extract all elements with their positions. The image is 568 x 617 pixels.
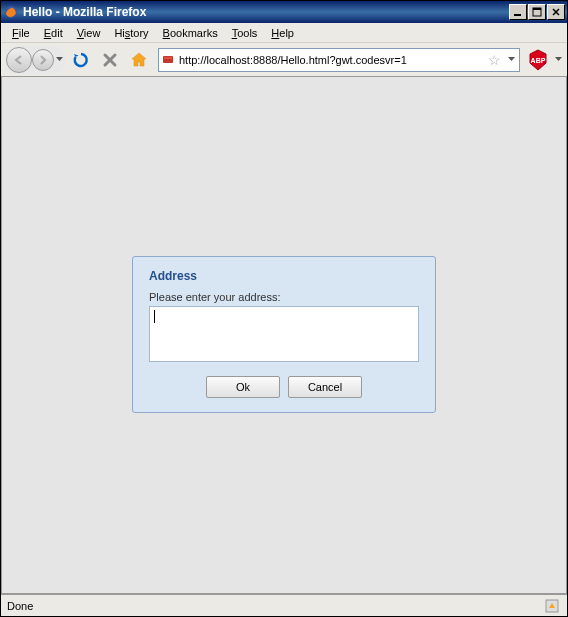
ok-button[interactable]: Ok	[206, 376, 280, 398]
status-text: Done	[7, 600, 33, 612]
cancel-button[interactable]: Cancel	[288, 376, 362, 398]
minimize-button[interactable]	[509, 4, 527, 20]
url-dropdown-icon[interactable]	[505, 57, 517, 62]
address-dialog: Address Please enter your address: Ok Ca…	[132, 256, 436, 413]
menu-view[interactable]: View	[70, 25, 108, 41]
menu-file[interactable]: File	[5, 25, 37, 41]
menu-edit[interactable]: Edit	[37, 25, 70, 41]
firefox-icon	[3, 4, 19, 20]
toolbar: http://localhost:8888/Hello.html?gwt.cod…	[1, 43, 567, 77]
browser-window: Hello - Mozilla Firefox File Edit View H…	[0, 0, 568, 617]
menu-history[interactable]: History	[107, 25, 155, 41]
page-content: Address Please enter your address: Ok Ca…	[1, 77, 567, 594]
svg-rect-1	[514, 14, 521, 16]
dialog-title: Address	[149, 269, 419, 283]
maximize-button[interactable]	[528, 4, 546, 20]
site-icon	[161, 52, 175, 68]
statusbar: Done	[1, 594, 567, 616]
titlebar: Hello - Mozilla Firefox	[1, 1, 567, 23]
svg-text:ABP: ABP	[531, 57, 546, 64]
abp-icon[interactable]: ABP	[526, 48, 550, 72]
menu-tools[interactable]: Tools	[225, 25, 265, 41]
nav-button-group	[5, 46, 65, 74]
address-input[interactable]	[149, 306, 419, 362]
dialog-label: Please enter your address:	[149, 291, 419, 303]
bookmark-star-icon[interactable]: ☆	[488, 52, 501, 68]
window-title: Hello - Mozilla Firefox	[23, 5, 508, 19]
menu-bookmarks[interactable]: Bookmarks	[156, 25, 225, 41]
dialog-button-row: Ok Cancel	[149, 376, 419, 398]
abp-dropdown[interactable]	[553, 57, 563, 62]
home-button[interactable]	[126, 47, 152, 73]
close-button[interactable]	[547, 4, 565, 20]
url-bar[interactable]: http://localhost:8888/Hello.html?gwt.cod…	[158, 48, 520, 72]
back-button[interactable]	[6, 47, 32, 73]
window-controls	[508, 4, 565, 20]
svg-rect-3	[533, 8, 541, 10]
svg-rect-5	[164, 57, 172, 59]
menu-help[interactable]: Help	[264, 25, 301, 41]
stop-button[interactable]	[97, 47, 123, 73]
forward-button[interactable]	[32, 49, 54, 71]
url-text[interactable]: http://localhost:8888/Hello.html?gwt.cod…	[179, 54, 484, 66]
reload-button[interactable]	[68, 47, 94, 73]
nav-history-dropdown[interactable]	[54, 57, 64, 62]
menubar: File Edit View History Bookmarks Tools H…	[1, 23, 567, 43]
status-plugin-icon[interactable]	[543, 597, 561, 615]
